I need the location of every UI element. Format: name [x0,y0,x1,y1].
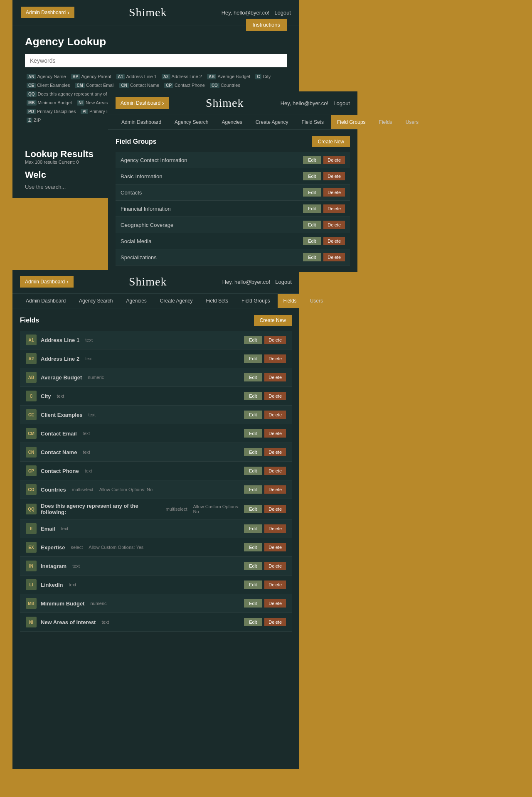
delete-button[interactable]: Delete [264,485,286,494]
field-tag[interactable]: CNContact Name [118,82,161,89]
logout-link[interactable]: Logout [274,10,291,16]
nav-tab-field-groups[interactable]: Field Groups [236,294,276,308]
nav-tab-field-groups[interactable]: Field Groups [331,115,372,129]
search-input[interactable] [25,54,287,67]
delete-button[interactable]: Delete [264,392,286,400]
edit-button[interactable]: Edit [303,188,321,197]
delete-button[interactable]: Delete [264,505,286,513]
mid-user-info: Hey, hello@byer.co! Logout [281,100,350,106]
delete-button[interactable]: Delete [323,237,345,245]
field-tag[interactable]: ANAgency Name [25,73,68,80]
fields-row: C City text Edit Delete [20,387,292,406]
delete-button[interactable]: Delete [323,172,345,180]
delete-button[interactable]: Delete [323,253,345,261]
tag-code: QQ [27,91,37,97]
nav-tab-users[interactable]: Users [400,115,424,129]
delete-button[interactable]: Delete [264,581,286,589]
fields-row: CO Countries multiselect Allow Custom Op… [20,480,292,499]
delete-button[interactable]: Delete [264,448,286,456]
delete-button[interactable]: Delete [264,524,286,533]
fields-row-left: A1 Address Line 1 text [26,335,93,345]
delete-button[interactable]: Delete [264,618,286,626]
edit-button[interactable]: Edit [244,373,262,381]
edit-button[interactable]: Edit [303,156,321,164]
delete-button[interactable]: Delete [264,373,286,381]
nav-tab-agency-search[interactable]: Agency Search [169,115,214,129]
field-tag[interactable]: COCountries [208,82,242,89]
edit-button[interactable]: Edit [303,221,321,229]
delete-button[interactable]: Delete [264,467,286,475]
delete-button[interactable]: Delete [264,543,286,551]
field-tag[interactable]: A2Address Line 2 [160,73,204,80]
field-name: Address Line 1 [41,337,79,343]
nav-tab-field-sets[interactable]: Field Sets [296,115,330,129]
edit-button[interactable]: Edit [244,562,262,570]
bottom-logout-link[interactable]: Logout [275,279,292,285]
delete-button[interactable]: Delete [323,156,345,164]
delete-button[interactable]: Delete [323,221,345,229]
field-type: text [85,337,93,342]
delete-button[interactable]: Delete [264,354,286,363]
field-tag[interactable]: CPContact Phone [163,82,207,89]
edit-button[interactable]: Edit [244,467,262,475]
edit-button[interactable]: Edit [244,581,262,589]
field-tag[interactable]: ABAverage Budget [205,73,252,80]
nav-tab-agency-search[interactable]: Agency Search [73,294,118,308]
mid-admin-dash-button[interactable]: Admin Dashboard [116,97,169,109]
edit-button[interactable]: Edit [244,429,262,438]
nav-tab-agencies[interactable]: Agencies [216,115,248,129]
mid-user-email: Hey, hello@byer.co! [281,100,329,106]
delete-button[interactable]: Delete [323,204,345,213]
field-tag[interactable]: PDPrimary Disciplines [25,108,77,115]
fields-row: QQ Does this agency represent any of the… [20,499,292,519]
edit-button[interactable]: Edit [244,411,262,419]
admin-dash-button[interactable]: Admin Dashboard [21,7,74,18]
edit-button[interactable]: Edit [244,485,262,494]
nav-tab-fields[interactable]: Fields [373,115,398,129]
edit-button[interactable]: Edit [244,448,262,456]
edit-button[interactable]: Edit [244,543,262,551]
nav-tab-fields[interactable]: Fields [278,294,303,308]
delete-button[interactable]: Delete [264,411,286,419]
field-badge: LI [26,579,37,590]
edit-button[interactable]: Edit [244,524,262,533]
edit-button[interactable]: Edit [244,505,262,513]
instructions-button[interactable]: Instructions [246,19,287,31]
edit-button[interactable]: Edit [244,599,262,608]
bottom-create-new-button[interactable]: Create New [254,315,292,326]
edit-button[interactable]: Edit [303,253,321,261]
field-tag[interactable]: APAgency Parent [69,73,113,80]
nav-tab-users[interactable]: Users [304,294,329,308]
edit-button[interactable]: Edit [303,172,321,180]
delete-button[interactable]: Delete [323,188,345,197]
delete-button[interactable]: Delete [264,562,286,570]
edit-button[interactable]: Edit [244,336,262,344]
field-tag[interactable]: CEClient Examples [25,82,71,89]
mid-create-new-button[interactable]: Create New [312,136,350,147]
field-extra: Allow Custom Options: No [99,487,153,492]
user-info: Hey, hello@byer.co! Logout [222,10,291,16]
field-type: text [69,582,76,587]
nav-tab-field-sets[interactable]: Field Sets [200,294,234,308]
field-tag[interactable]: ZZIP [25,117,42,124]
field-tag[interactable]: CMContact Email [73,82,116,89]
delete-button[interactable]: Delete [264,336,286,344]
edit-button[interactable]: Edit [303,237,321,245]
fields-row-left: AB Average Budget numeric [26,372,104,383]
nav-tab-agencies[interactable]: Agencies [120,294,152,308]
edit-button[interactable]: Edit [303,204,321,213]
mid-logout-link[interactable]: Logout [333,100,350,106]
delete-button[interactable]: Delete [264,599,286,608]
field-tag[interactable]: CCity [254,73,272,80]
edit-button[interactable]: Edit [244,354,262,363]
nav-tab-create-agency[interactable]: Create Agency [250,115,294,129]
bottom-panel-body: Fields Create New A1 Address Line 1 text… [12,308,299,638]
nav-tab-create-agency[interactable]: Create Agency [154,294,199,308]
delete-button[interactable]: Delete [264,429,286,438]
bottom-admin-dash-button[interactable]: Admin Dashboard [20,276,74,288]
row-actions: Edit Delete [303,221,345,229]
edit-button[interactable]: Edit [244,392,262,400]
edit-button[interactable]: Edit [244,618,262,626]
field-tag[interactable]: A1Address Line 1 [115,73,158,80]
field-tag[interactable]: MBMinimum Budget [25,99,74,106]
